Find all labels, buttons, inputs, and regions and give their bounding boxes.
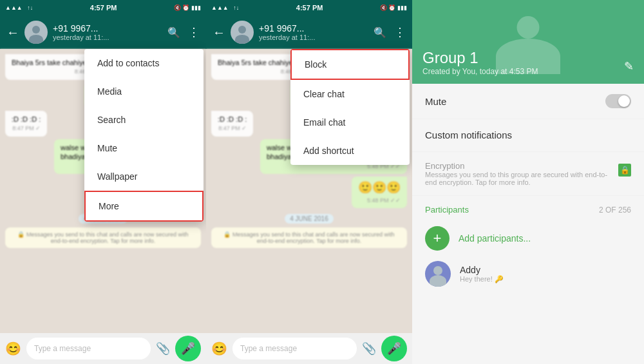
msg-text: 🙂🙂🙂: [358, 181, 401, 194]
left-dropdown-menu: Add to contacts Media Search Mute Wallpa…: [84, 49, 204, 222]
participants-section: Participants 2 OF 256 + Add participants…: [412, 196, 644, 296]
date-divider: 4 JUNE 2016: [211, 212, 407, 224]
add-participant-icon: +: [425, 226, 450, 251]
group-created: Created by You, today at 4:53 PM: [422, 67, 634, 76]
middle-status-icons: 🔇 ⏰ ▮▮▮: [380, 5, 407, 11]
group-header: Group 1 Created by You, today at 4:53 PM…: [412, 0, 644, 84]
msg-time: 8:47 PM ✓: [218, 125, 247, 133]
middle-avatar: [231, 21, 254, 44]
menu-item-email-chat[interactable]: Email chat: [290, 108, 410, 137]
add-participant-row[interactable]: + Add participants...: [425, 221, 631, 256]
menu-item-clear-chat[interactable]: Clear chat: [290, 80, 410, 108]
middle-message-input[interactable]: Type a message: [232, 338, 357, 359]
left-status-icons: 🔇 ⏰ ▮▮▮: [174, 5, 201, 11]
msg-row: 🙂🙂🙂 5:48 PM ✓✓: [211, 177, 407, 208]
search-icon-middle[interactable]: 🔍: [374, 26, 386, 39]
left-chat-header: ← +91 9967... yesterday at 11:... 🔍 ⋮: [0, 15, 206, 49]
menu-item-more[interactable]: More: [84, 191, 204, 222]
menu-item-mute[interactable]: Mute: [84, 134, 204, 162]
participant-avatar-addy: [425, 261, 451, 287]
left-header-info: +91 9967... yesterday at 11:...: [53, 23, 162, 41]
left-header-icons: 🔍 ⋮: [167, 25, 200, 39]
edit-icon[interactable]: ✎: [624, 59, 634, 73]
left-panel: ▲▲▲ ↑↓ 4:57 PM 🔇 ⏰ ▮▮▮ ← +91 9967... yes…: [0, 0, 206, 364]
mic-button-left[interactable]: 🎤: [175, 336, 201, 361]
left-message-input[interactable]: Type a message: [26, 338, 151, 359]
left-avatar: [24, 21, 48, 44]
right-body: Mute Custom notifications Encryption Mes…: [412, 84, 644, 296]
menu-item-media[interactable]: Media: [84, 77, 204, 106]
encryption-desc: Messages you send to this group are secu…: [425, 171, 611, 186]
participants-title: Participants: [425, 205, 469, 215]
left-status-bar: ▲▲▲ ↑↓ 4:57 PM 🔇 ⏰ ▮▮▮: [0, 0, 206, 15]
more-icon-left[interactable]: ⋮: [188, 25, 200, 39]
mute-row: Mute: [412, 84, 644, 119]
menu-item-add-shortcut[interactable]: Add shortcut: [290, 137, 410, 165]
custom-notifications-row[interactable]: Custom notifications: [412, 119, 644, 152]
menu-item-block[interactable]: Block: [290, 49, 410, 80]
input-placeholder: Type a message: [34, 344, 91, 353]
middle-dropdown-menu: Block Clear chat Email chat Add shortcut: [290, 49, 410, 165]
attach-icon-left[interactable]: 📎: [156, 341, 170, 356]
middle-header-info: +91 9967... yesterday at 11:...: [259, 23, 368, 41]
menu-item-wallpaper[interactable]: Wallpaper: [84, 162, 204, 191]
mute-toggle[interactable]: [605, 94, 631, 108]
middle-panel: ▲▲▲ ↑↓ 4:57 PM 🔇 ⏰ ▮▮▮ ← +91 9967... yes…: [206, 0, 412, 364]
encryption-text: Encryption Messages you send to this gro…: [425, 161, 611, 186]
encryption-row[interactable]: Encryption Messages you send to this gro…: [412, 152, 644, 196]
more-icon-middle[interactable]: ⋮: [394, 25, 406, 39]
group-name: Group 1: [422, 49, 634, 67]
middle-status-bar: ▲▲▲ ↑↓ 4:57 PM 🔇 ⏰ ▮▮▮: [206, 0, 412, 15]
add-participant-label: Add participants...: [459, 233, 531, 244]
custom-notifications-label: Custom notifications: [425, 129, 512, 140]
middle-contact-name: +91 9967...: [259, 23, 368, 34]
middle-chat-input-bar: 😊 Type a message 📎 🎤: [206, 333, 412, 364]
menu-item-add-to-contacts[interactable]: Add to contacts: [84, 49, 204, 77]
left-signal: ▲▲▲ ↑↓: [5, 5, 33, 11]
emoji-icon-middle[interactable]: 😊: [211, 341, 227, 356]
left-chat-input-bar: 😊 Type a message 📎 🎤: [0, 333, 206, 364]
mic-button-middle[interactable]: 🎤: [381, 336, 407, 361]
left-contact-sub: yesterday at 11:...: [53, 34, 162, 41]
menu-item-search[interactable]: Search: [84, 106, 204, 134]
left-time: 4:57 PM: [90, 4, 117, 12]
encryption-notice: 🔒 Messages you send to this chat and cal…: [5, 227, 201, 248]
encryption-notice-middle: 🔒 Messages you send to this chat and cal…: [211, 227, 407, 248]
left-contact-name: +91 9967...: [53, 23, 162, 34]
right-panel: Group 1 Created by You, today at 4:53 PM…: [412, 0, 644, 364]
middle-header-icons: 🔍 ⋮: [374, 25, 406, 39]
encryption-title: Encryption: [425, 161, 611, 171]
middle-contact-sub: yesterday at 11:...: [259, 34, 368, 41]
search-icon-left[interactable]: 🔍: [167, 26, 180, 39]
lock-icon: 🔒: [618, 164, 631, 177]
middle-signal: ▲▲▲ ↑↓: [211, 5, 239, 11]
participants-count: 2 OF 256: [599, 206, 631, 215]
back-icon-middle[interactable]: ←: [213, 25, 225, 40]
back-icon[interactable]: ←: [6, 25, 19, 40]
msg-time: 8:47 PM ✓: [12, 125, 41, 133]
emoji-icon-left[interactable]: 😊: [5, 341, 21, 356]
msg-bubble: :D :D :D : 8:47 PM ✓: [211, 111, 253, 137]
middle-time: 4:57 PM: [296, 4, 323, 12]
participant-status-addy: Hey there! 🔑: [460, 275, 631, 283]
mute-label: Mute: [425, 96, 446, 107]
msg-time: 5:48 PM ✓✓: [358, 197, 401, 205]
msg-text: :D :D :D :: [12, 115, 41, 123]
middle-chat-header: ← +91 9967... yesterday at 11:... 🔍 ⋮: [206, 15, 412, 49]
group-name-area: Group 1 Created by You, today at 4:53 PM: [422, 49, 634, 76]
input-placeholder: Type a message: [240, 344, 297, 353]
msg-text: :D :D :D :: [218, 115, 247, 123]
msg-bubble: :D :D :D : 8:47 PM ✓: [5, 111, 47, 137]
participants-header: Participants 2 OF 256: [425, 205, 631, 215]
participant-row-addy: Addy Hey there! 🔑: [425, 256, 631, 292]
attach-icon-middle[interactable]: 📎: [362, 341, 376, 356]
participant-name-addy: Addy: [460, 265, 631, 275]
msg-bubble: 🙂🙂🙂 5:48 PM ✓✓: [352, 177, 407, 208]
participant-info-addy: Addy Hey there! 🔑: [460, 265, 631, 283]
